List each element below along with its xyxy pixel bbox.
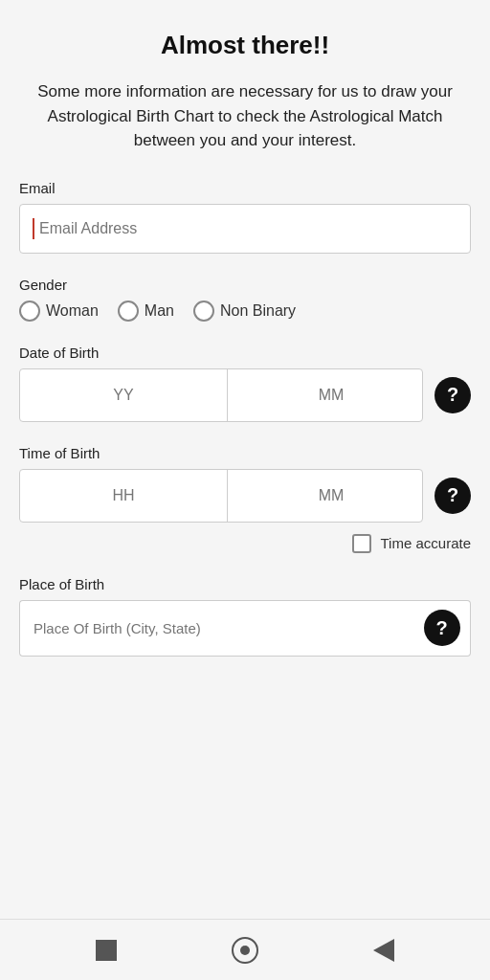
pob-help-circle-icon: ? [424, 610, 460, 646]
main-content: Almost there!! Some more information are… [0, 0, 490, 919]
tob-fields [19, 469, 423, 523]
radio-circle-nonbinary [193, 301, 214, 322]
nav-back-button[interactable] [373, 939, 394, 962]
tob-hour-input[interactable] [20, 470, 228, 522]
radio-circle-man [118, 301, 139, 322]
email-input[interactable] [19, 204, 471, 254]
tob-row: ? [19, 469, 471, 523]
pob-input[interactable] [19, 600, 413, 657]
dob-field-group: Date of Birth ? [19, 345, 471, 422]
dob-fields [19, 368, 423, 422]
tob-help-button[interactable]: ? [434, 478, 471, 514]
email-label: Email [19, 180, 471, 196]
pob-field-group: Place of Birth ? [19, 576, 471, 657]
gender-field-group: Gender Woman Man Non Binary [19, 277, 471, 322]
tob-field-group: Time of Birth ? Time accurate [19, 445, 471, 553]
gender-option-nonbinary[interactable]: Non Binary [193, 301, 296, 322]
dob-year-input[interactable] [20, 369, 228, 421]
email-field-group: Email [19, 180, 471, 254]
back-icon [373, 939, 394, 962]
stop-icon [96, 940, 117, 961]
radio-circle-woman [19, 301, 40, 322]
gender-option-man[interactable]: Man [118, 301, 174, 322]
pob-help-button[interactable]: ? [413, 600, 471, 657]
email-cursor-icon [33, 218, 34, 239]
home-icon [232, 937, 258, 964]
home-icon-inner [240, 946, 250, 955]
time-accurate-row: Time accurate [19, 534, 471, 553]
dob-help-button[interactable]: ? [434, 377, 471, 413]
subtitle-text: Some more information are necessary for … [19, 79, 471, 153]
gender-options: Woman Man Non Binary [19, 301, 471, 322]
time-accurate-checkbox[interactable] [352, 534, 371, 553]
pob-input-wrapper [19, 600, 413, 657]
gender-man-label: Man [145, 302, 174, 320]
tob-minute-input[interactable] [228, 470, 423, 522]
dob-month-input[interactable] [228, 369, 423, 421]
dob-label: Date of Birth [19, 345, 471, 361]
page-title: Almost there!! [19, 31, 471, 60]
pob-label: Place of Birth [19, 576, 471, 592]
gender-label: Gender [19, 277, 471, 293]
tob-label: Time of Birth [19, 445, 471, 461]
gender-nonbinary-label: Non Binary [220, 302, 296, 320]
bottom-nav-bar [0, 919, 490, 980]
dob-row: ? [19, 368, 471, 422]
gender-woman-label: Woman [46, 302, 99, 320]
email-input-wrapper [19, 204, 471, 254]
nav-stop-button[interactable] [96, 940, 117, 961]
gender-option-woman[interactable]: Woman [19, 301, 99, 322]
pob-row: ? [19, 600, 471, 657]
nav-home-button[interactable] [232, 937, 258, 964]
time-accurate-label: Time accurate [381, 535, 471, 551]
